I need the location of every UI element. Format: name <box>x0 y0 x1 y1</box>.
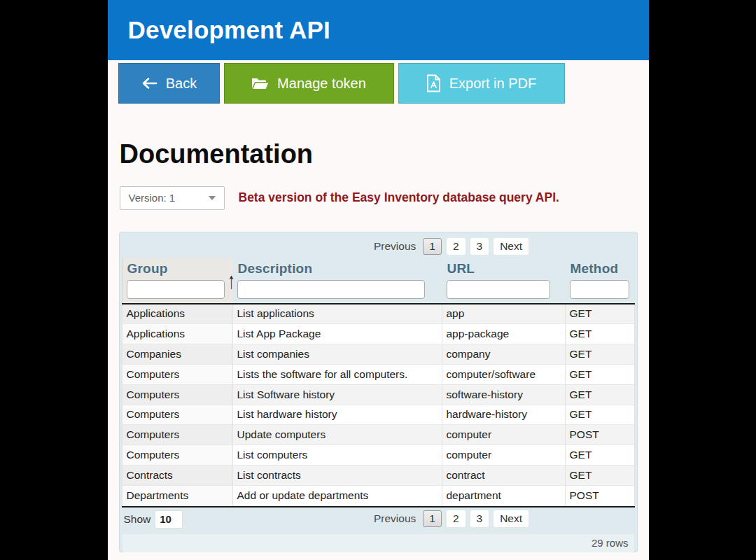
cell-description: List hardware history <box>233 405 442 426</box>
page-title: Documentation <box>120 139 649 171</box>
cell-url: app <box>442 304 566 325</box>
back-button[interactable]: Back <box>118 63 220 104</box>
app-header: Development API <box>108 0 649 60</box>
filter-input-url[interactable] <box>447 280 550 299</box>
chevron-down-icon <box>209 196 216 200</box>
cell-description: List computers <box>233 445 442 465</box>
table-row: ApplicationsList applicationsappGET <box>122 304 635 325</box>
toolbar: Back Manage token Export in PDF <box>108 60 649 104</box>
app-title: Development API <box>128 16 331 44</box>
cell-group: Applications <box>122 324 233 344</box>
cell-description: List Software history <box>233 385 442 405</box>
cell-group: Applications <box>122 304 233 325</box>
row-count-bar: 29 rows <box>122 534 634 552</box>
pagination-page-1[interactable]: 1 <box>423 510 442 527</box>
cell-url: contract <box>442 465 566 486</box>
cell-method: GET <box>566 324 635 344</box>
cell-group: Computers <box>122 405 233 426</box>
cell-url: software-history <box>442 385 566 405</box>
pagination-next[interactable]: Next <box>493 510 528 527</box>
cell-group: Contracts <box>122 465 233 486</box>
manage-token-button-label: Manage token <box>277 76 366 92</box>
column-label-url: URL <box>447 261 561 276</box>
column-label-group: Group <box>127 261 229 276</box>
cell-description: List companies <box>233 344 442 365</box>
table-body: ApplicationsList applicationsappGETAppli… <box>122 303 635 507</box>
cell-url: app-package <box>442 324 566 344</box>
export-pdf-button-label: Export in PDF <box>449 76 536 92</box>
cell-description: Update computers <box>233 425 442 445</box>
version-select[interactable]: Version: 1 <box>120 186 225 210</box>
table-row: ComputersList computerscomputerGET <box>122 445 635 465</box>
table-footer: Show Previous123Next <box>122 507 635 531</box>
table-row: ContractsList contractscontractGET <box>122 465 635 486</box>
export-pdf-button[interactable]: Export in PDF <box>398 63 565 104</box>
folder-open-icon <box>251 76 269 90</box>
pagination-previous[interactable]: Previous <box>372 511 418 526</box>
cell-group: Departments <box>122 486 233 506</box>
column-header-group[interactable]: Group <box>122 258 233 303</box>
app-window: Development API Back Manage token Export… <box>108 0 649 560</box>
filter-input-method[interactable] <box>570 280 629 299</box>
filter-input-group[interactable] <box>127 280 225 299</box>
cell-group: Computers <box>122 365 233 385</box>
cell-description: Add or update departments <box>233 486 442 506</box>
pagination-next[interactable]: Next <box>493 238 528 255</box>
pagination-page-3[interactable]: 3 <box>470 238 489 255</box>
version-row: Version: 1 Beta version of the Easy Inve… <box>120 186 649 210</box>
arrow-left-icon <box>141 77 158 90</box>
table-row: ComputersList hardware historyhardware-h… <box>122 405 635 426</box>
cell-method: GET <box>566 465 635 486</box>
cell-group: Computers <box>122 445 233 465</box>
cell-method: GET <box>566 445 635 465</box>
manage-token-button[interactable]: Manage token <box>224 63 394 104</box>
cell-description: List contracts <box>233 465 442 486</box>
row-count: 29 rows <box>592 537 629 549</box>
column-label-description: Description <box>238 261 438 276</box>
cell-group: Computers <box>122 425 233 445</box>
table-row: ComputersList Software historysoftware-h… <box>122 385 635 405</box>
table-row: DepartmentsAdd or update departmentsdepa… <box>122 486 635 506</box>
cell-url: company <box>442 344 566 365</box>
table-row: ComputersLists the software for all comp… <box>122 365 635 385</box>
pagination-page-2[interactable]: 2 <box>447 510 465 527</box>
cell-group: Companies <box>122 344 233 365</box>
pdf-file-icon <box>426 74 441 92</box>
pagination-top: Previous123Next <box>122 232 635 256</box>
cell-method: POST <box>566 425 635 445</box>
cell-url: computer <box>442 445 566 465</box>
beta-note: Beta version of the Easy Inventory datab… <box>239 190 559 205</box>
cell-description: Lists the software for all computers. <box>233 365 442 385</box>
api-table-card: Previous123Next ↑ GroupDescriptionURLMet… <box>119 232 638 552</box>
cell-url: hardware-history <box>442 405 566 426</box>
table-row: ComputersUpdate computerscomputerPOST <box>122 425 635 445</box>
pagination-page-1[interactable]: 1 <box>423 238 442 255</box>
column-label-method: Method <box>570 261 631 276</box>
pagination-bottom: Previous123Next <box>122 510 635 527</box>
cell-method: GET <box>566 405 635 426</box>
pagination-page-3[interactable]: 3 <box>470 510 489 527</box>
cell-method: GET <box>566 365 635 385</box>
cell-method: GET <box>566 385 635 405</box>
cell-url: computer/software <box>442 365 566 385</box>
table-row: CompaniesList companiescompanyGET <box>122 344 635 365</box>
cell-group: Computers <box>122 385 233 405</box>
filter-input-description[interactable] <box>237 280 425 299</box>
cell-description: List App Package <box>233 324 442 344</box>
cell-url: computer <box>442 425 566 445</box>
column-header-url[interactable]: URL <box>442 258 566 303</box>
cell-method: POST <box>566 486 635 506</box>
cell-url: department <box>442 486 566 506</box>
pagination-top-inner: Previous123Next <box>372 238 528 255</box>
cell-method: GET <box>566 304 635 325</box>
cell-method: GET <box>566 344 635 365</box>
pagination-bottom-inner: Previous123Next <box>372 510 528 527</box>
table-row: ApplicationsList App Packageapp-packageG… <box>122 324 635 344</box>
column-header-description[interactable]: Description <box>233 258 442 303</box>
back-button-label: Back <box>166 76 197 92</box>
cell-description: List applications <box>233 304 442 325</box>
pagination-page-2[interactable]: 2 <box>447 238 465 255</box>
version-select-value: Version: 1 <box>129 192 176 204</box>
pagination-previous[interactable]: Previous <box>372 239 418 254</box>
column-header-method[interactable]: Method <box>566 258 635 303</box>
